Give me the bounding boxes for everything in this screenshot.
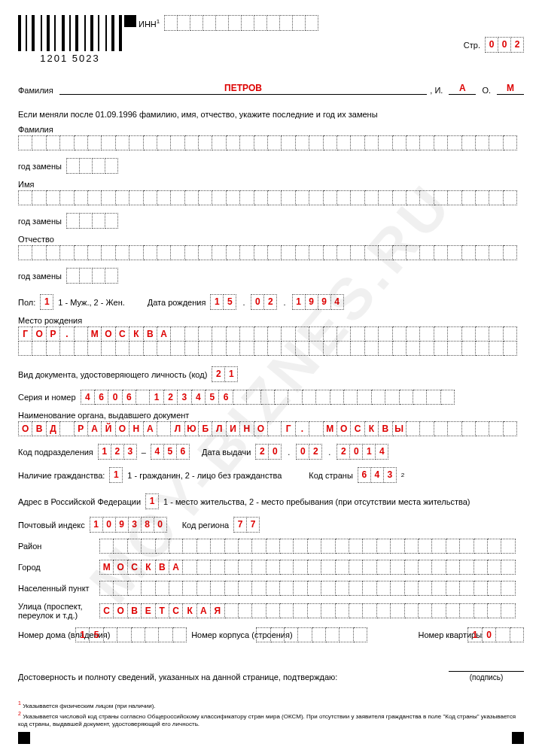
doc-type-label: Вид документа, удостоверяющего личность … [18, 370, 207, 379]
prev-surname-label: Фамилия [18, 125, 524, 134]
street[interactable]: СОВЕТСКАЯ [99, 603, 524, 618]
issue-m[interactable]: 02 [296, 444, 322, 460]
prev-surname-year-label: год замены [18, 162, 62, 171]
cit-value[interactable]: 1 [109, 467, 123, 483]
issue-y[interactable]: 2014 [336, 444, 388, 460]
surname-value[interactable]: ПЕТРОВ [59, 82, 428, 95]
barcode: 1201 5023 [18, 15, 122, 64]
form-page: MOY-BIZNES.RU 1201 5023 [0, 0, 542, 756]
doc-type[interactable]: 21 [212, 366, 238, 382]
addr-label: Адрес в Российской Федерации [18, 497, 141, 506]
signature-line[interactable] [449, 660, 524, 672]
country-code[interactable]: 643 [358, 467, 397, 483]
birthplace-label: Место рождения [18, 316, 524, 325]
marker-top [124, 15, 136, 27]
prev-surname-cells[interactable] [18, 135, 524, 150]
i-label: , И. [430, 86, 443, 95]
building[interactable] [256, 627, 367, 642]
inn-cells[interactable] [164, 15, 318, 31]
flat-label: Номер квартиры [418, 630, 463, 639]
page-label: Стр. [464, 41, 480, 50]
country-label: Код страны [309, 471, 353, 480]
dob-label: Дата рождения [148, 298, 206, 307]
zip[interactable]: 109380 [90, 517, 167, 533]
birthplace-l2[interactable] [18, 341, 524, 356]
cit-label: Наличие гражданства: [18, 471, 105, 480]
addr-type[interactable]: 1 [145, 493, 159, 509]
prev-patr-label: Отчество [18, 235, 524, 244]
inn-label: ИНН1 [139, 18, 160, 29]
locality[interactable] [99, 581, 524, 596]
district-label: Район [18, 542, 93, 551]
surname-label: Фамилия [18, 86, 53, 95]
footnotes: 1 Указывается физическим лицом (при нали… [18, 700, 524, 728]
sex-legend: 1 - Муж., 2 - Жен. [58, 298, 125, 307]
dept-1[interactable]: 123 [98, 444, 137, 460]
city-label: Город [18, 563, 93, 572]
flat[interactable]: 10 [467, 627, 524, 642]
dept-label: Код подразделения [18, 448, 93, 457]
zip-label: Почтовый индекс [18, 521, 85, 530]
cit-legend: 1 - гражданин, 2 - лицо без гражданства [127, 471, 282, 480]
change-note: Если меняли после 01.09.1996 фамилию, им… [18, 110, 524, 119]
header: 1201 5023 ИНН1 Стр. 002 [18, 15, 524, 64]
o-label: О. [482, 86, 491, 95]
confirm-row: Достоверность и полноту сведений, указан… [18, 660, 524, 682]
prev-name-cells[interactable] [18, 190, 524, 205]
house[interactable]: 15 [75, 627, 187, 642]
region[interactable]: 77 [233, 517, 260, 533]
city[interactable]: МОСКВА [99, 560, 524, 575]
initial-i[interactable]: А [449, 82, 476, 95]
doc-sn[interactable]: 4606 123456 [81, 390, 524, 405]
page-cells: 002 [485, 37, 524, 53]
dob-y[interactable]: 1994 [292, 294, 344, 310]
fio-line: Фамилия ПЕТРОВ , И. А О. М [18, 82, 524, 95]
dob-d[interactable]: 15 [210, 294, 236, 310]
marker-br [512, 732, 524, 744]
addr-legend: 1 - место жительства, 2 - место пребыван… [163, 497, 470, 506]
dob-m[interactable]: 02 [251, 294, 277, 310]
issue-d[interactable]: 20 [255, 444, 282, 460]
doc-issuer-label: Наименование органа, выдавшего документ [18, 411, 524, 420]
birthplace-l1[interactable]: ГОР. МОСКВА [18, 326, 524, 342]
dept-2[interactable]: 456 [151, 444, 190, 460]
sex-value[interactable]: 1 [40, 294, 53, 310]
prev-patr-year[interactable] [66, 268, 118, 284]
building-label: Номер корпуса (строения) [191, 630, 251, 639]
prev-name-year-label: год замены [18, 217, 62, 226]
sex-label: Пол: [18, 298, 35, 307]
marker-bl [18, 732, 30, 744]
district[interactable] [99, 539, 524, 554]
signature-label: (подпись) [449, 673, 524, 682]
issue-date-label: Дата выдачи [202, 448, 251, 457]
confirm-text: Достоверность и полноту сведений, указан… [18, 673, 444, 682]
house-label: Номер дома (владения) [18, 630, 71, 639]
prev-patr-cells[interactable] [18, 245, 524, 260]
initial-o[interactable]: М [497, 82, 524, 95]
locality-label: Населенный пункт [18, 584, 93, 593]
street-label: Улица (проспект, переулок и т.д.) [18, 602, 93, 620]
prev-surname-year[interactable] [66, 158, 118, 174]
barcode-text: 1201 5023 [18, 53, 122, 64]
doc-issuer-l1[interactable]: ОВД РАЙОНА ЛЮБЛИНО Г. МОСКВЫ [18, 421, 524, 436]
prev-name-year[interactable] [66, 213, 118, 229]
doc-sn-label: Серия и номер [18, 393, 76, 402]
prev-patr-year-label: год замены [18, 272, 62, 281]
prev-name-label: Имя [18, 180, 524, 189]
region-label: Код региона [182, 521, 229, 530]
